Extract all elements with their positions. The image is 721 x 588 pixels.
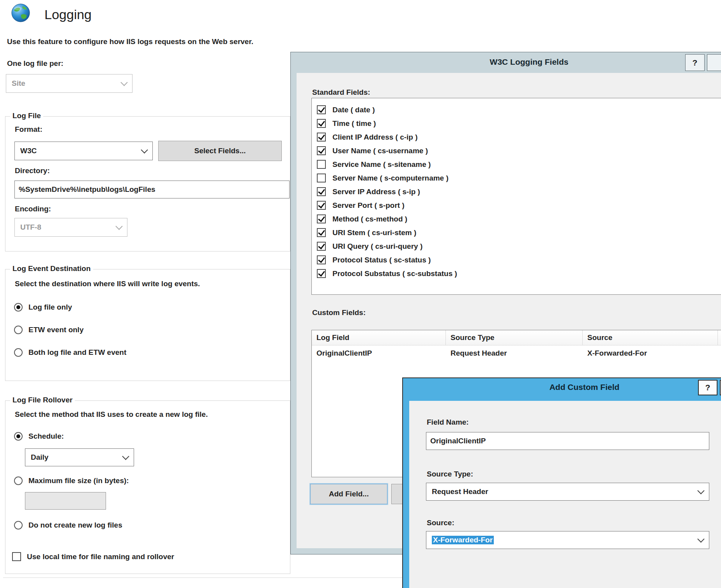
- radio-label: Maximum file size (in bytes):: [28, 476, 129, 485]
- radio-both-log-and-etw[interactable]: [14, 348, 23, 357]
- checkbox-time[interactable]: [317, 119, 326, 128]
- help-button[interactable]: ?: [698, 380, 717, 395]
- cell-source: X-Forwarded-For: [583, 345, 718, 361]
- help-button[interactable]: ?: [685, 54, 705, 71]
- checkbox-protocol-status[interactable]: [317, 255, 326, 264]
- log-file-group-title: Log File: [10, 112, 43, 120]
- page-description: Use this feature to configure how IIS lo…: [7, 37, 253, 46]
- one-log-per-select[interactable]: Site: [6, 74, 133, 93]
- field-label: Protocol Substatus ( sc-substatus ): [332, 269, 457, 278]
- checkbox-user-name[interactable]: [317, 146, 326, 155]
- one-log-per-value: Site: [12, 79, 122, 88]
- field-name-input[interactable]: [426, 432, 709, 450]
- radio-label: Log file only: [28, 303, 72, 312]
- directory-label: Directory:: [15, 166, 50, 175]
- directory-input[interactable]: [14, 181, 290, 198]
- cell-log-field: OriginalClientIP: [312, 345, 446, 361]
- list-item: URI Query ( cs-uri-query ): [312, 239, 721, 253]
- table-row[interactable]: OriginalClientIP Request Header X-Forwar…: [312, 345, 721, 361]
- schedule-value: Daily: [31, 453, 123, 462]
- list-item: Server Name ( s-computername ): [312, 171, 721, 185]
- custom-fields-label: Custom Fields:: [312, 308, 366, 317]
- field-label: User Name ( cs-username ): [332, 147, 428, 155]
- log-event-destination-group: Log Event Destination Select the destina…: [5, 269, 290, 381]
- column-header-source[interactable]: Source: [583, 330, 718, 345]
- source-select[interactable]: X-Forwarded-For: [426, 531, 709, 549]
- chevron-down-icon: [122, 453, 129, 460]
- checkbox-uri-query[interactable]: [317, 242, 326, 251]
- checkbox-server-port[interactable]: [317, 201, 326, 210]
- source-label: Source:: [427, 519, 454, 527]
- table-header: Log Field Source Type Source: [312, 330, 721, 345]
- source-type-select[interactable]: Request Header: [426, 483, 709, 501]
- radio-log-file-only[interactable]: [14, 303, 23, 312]
- field-label: Client IP Address ( c-ip ): [332, 133, 418, 142]
- radio-row-no-new-files: Do not create new log files: [14, 521, 122, 530]
- radio-no-new-log-files[interactable]: [14, 521, 23, 530]
- log-file-group: Log File Format: W3C Select Fields... Di…: [5, 116, 290, 251]
- radio-row-log-file-only: Log file only: [14, 303, 72, 312]
- encoding-value: UTF-8: [20, 223, 117, 232]
- checkbox-method[interactable]: [317, 214, 326, 223]
- column-header-source-type[interactable]: Source Type: [446, 330, 583, 345]
- column-header-log-field[interactable]: Log Field: [312, 330, 446, 345]
- field-label: Date ( date ): [332, 106, 375, 114]
- checkbox-server-ip[interactable]: [317, 187, 326, 196]
- select-fields-button[interactable]: Select Fields...: [158, 141, 282, 161]
- column-header-blank: [718, 330, 721, 345]
- list-item: Method ( cs-method ): [312, 212, 721, 226]
- list-item: Client IP Address ( c-ip ): [312, 130, 721, 144]
- close-button-partial[interactable]: [707, 54, 721, 71]
- checkbox-use-local-time[interactable]: [12, 552, 21, 561]
- dialog-title: W3C Logging Fields: [291, 57, 721, 67]
- field-label: Protocol Status ( sc-status ): [332, 256, 431, 264]
- radio-max-file-size[interactable]: [14, 476, 23, 485]
- list-item: Time ( time ): [312, 117, 721, 130]
- field-label: Service Name ( s-sitename ): [332, 160, 431, 169]
- add-field-button[interactable]: Add Field...: [310, 484, 387, 504]
- encoding-label: Encoding:: [15, 205, 51, 213]
- radio-etw-event-only[interactable]: [14, 326, 23, 334]
- radio-schedule[interactable]: [14, 432, 23, 441]
- standard-fields-list[interactable]: Date ( date ) Time ( time ) Client IP Ad…: [311, 98, 721, 295]
- field-label: Time ( time ): [332, 119, 376, 128]
- log-file-rollover-title: Log File Rollover: [10, 396, 75, 404]
- radio-row-etw-only: ETW event only: [14, 326, 83, 334]
- radio-row-max-size: Maximum file size (in bytes):: [14, 476, 129, 485]
- list-item: Date ( date ): [312, 103, 721, 117]
- cell-source-type: Request Header: [446, 345, 583, 361]
- checkbox-protocol-substatus[interactable]: [317, 269, 326, 278]
- log-file-rollover-group: Log File Rollover Select the method that…: [5, 400, 290, 574]
- standard-fields-label: Standard Fields:: [312, 88, 370, 97]
- radio-label: Schedule:: [28, 432, 64, 441]
- checkbox-service-name[interactable]: [317, 160, 326, 169]
- dialog-title: Add Custom Field: [403, 383, 721, 392]
- checkbox-uri-stem[interactable]: [317, 228, 326, 237]
- checkbox-server-name[interactable]: [317, 174, 326, 182]
- list-item: Server Port ( s-port ): [312, 198, 721, 212]
- list-item: User Name ( cs-username ): [312, 144, 721, 158]
- format-label: Format:: [15, 125, 42, 134]
- checkbox-client-ip[interactable]: [317, 133, 326, 142]
- one-log-per-label: One log file per:: [7, 59, 64, 68]
- list-item: URI Stem ( cs-uri-stem ): [312, 226, 721, 239]
- encoding-select[interactable]: UTF-8: [14, 218, 127, 237]
- checkbox-date[interactable]: [317, 105, 326, 114]
- field-label: Server IP Address ( s-ip ): [332, 188, 420, 196]
- radio-row-both: Both log file and ETW event: [14, 348, 126, 357]
- format-select[interactable]: W3C: [14, 142, 153, 160]
- checkbox-label: Use local time for file naming and rollo…: [27, 553, 174, 561]
- list-item: Service Name ( s-sitename ): [312, 158, 721, 171]
- log-file-rollover-description: Select the method that IIS uses to creat…: [15, 410, 208, 419]
- schedule-select[interactable]: Daily: [25, 448, 134, 466]
- radio-label: Do not create new log files: [28, 521, 122, 530]
- chevron-down-icon: [115, 223, 122, 230]
- bottom-divider: [3, 577, 402, 578]
- field-label: URI Stem ( cs-uri-stem ): [332, 228, 416, 237]
- checkbox-row-local-time: Use local time for file naming and rollo…: [12, 552, 174, 561]
- list-item: Protocol Status ( sc-status ): [312, 253, 721, 267]
- format-value: W3C: [20, 147, 142, 155]
- add-custom-field-dialog: Add Custom Field ? Field Name: Source Ty…: [402, 377, 721, 588]
- max-file-size-input[interactable]: [25, 492, 106, 510]
- radio-label: Both log file and ETW event: [28, 348, 126, 357]
